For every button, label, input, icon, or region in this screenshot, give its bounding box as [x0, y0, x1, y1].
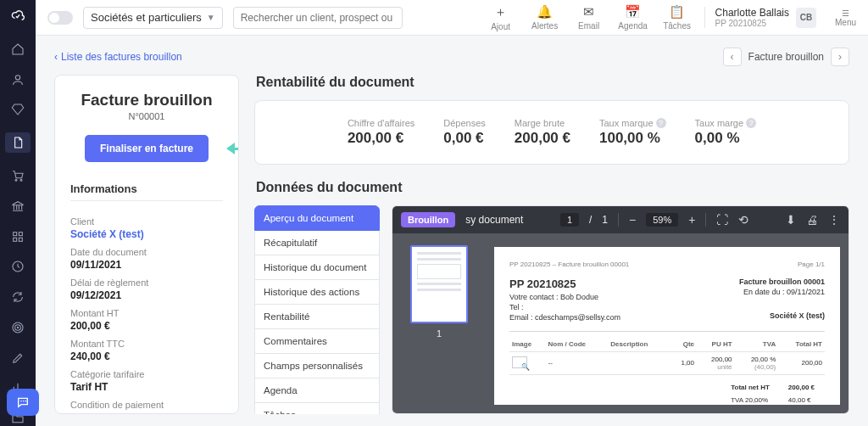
doc-number: N°00001: [70, 111, 223, 121]
tab-rentabilit-[interactable]: Rentabilité: [254, 305, 380, 329]
rail-home-icon[interactable]: [8, 42, 27, 57]
left-rail: [0, 0, 36, 426]
viewer-toolbar: Brouillon sy document 1 / 1 − 59% + ⛶: [392, 206, 849, 233]
info-ht-label: Montant HT: [70, 308, 223, 318]
top-alerts[interactable]: 🔔Alertes: [528, 4, 562, 31]
top-tasks[interactable]: 📋Tâches: [660, 4, 694, 31]
breadcrumb-back[interactable]: ‹ Liste des factures brouillon: [54, 51, 182, 63]
logo-icon: [11, 8, 25, 26]
rail-bank-icon[interactable]: [8, 199, 27, 214]
svg-rect-3: [14, 232, 17, 235]
zoom-level: 59%: [646, 213, 678, 227]
profit-value: 0,00 %: [695, 130, 756, 147]
help-icon[interactable]: ?: [746, 118, 756, 128]
menu-button[interactable]: ☰Menu: [835, 8, 856, 27]
fit-page-icon[interactable]: ⛶: [716, 213, 728, 227]
rail-diamond-icon[interactable]: [8, 102, 27, 117]
rotate-icon[interactable]: ⟲: [738, 213, 748, 227]
docdata-title: Données du document: [256, 180, 849, 195]
profit-label: Marge brute: [515, 118, 570, 128]
document-tabs: Aperçu du documentRécapitulatifHistoriqu…: [254, 205, 380, 414]
page-total: 1: [602, 214, 608, 226]
clipboard-icon: 📋: [669, 4, 685, 20]
user-block[interactable]: Charlotte Ballais PP 20210825 CB: [704, 7, 816, 28]
rail-pencil-icon[interactable]: [8, 350, 27, 366]
rail-clock-icon[interactable]: [8, 260, 27, 275]
info-date-value: 09/11/2021: [70, 259, 223, 271]
scope-select[interactable]: Sociétés et particuliers ▼: [83, 7, 223, 29]
thumbnail-number: 1: [437, 328, 442, 339]
calendar-icon: 📅: [625, 4, 641, 20]
profit-value: 200,00 €: [348, 130, 415, 147]
profit-label: Chiffre d'affaires: [348, 118, 415, 128]
prev-doc[interactable]: ‹: [723, 48, 742, 66]
svg-rect-5: [14, 238, 17, 241]
rail-grid-icon[interactable]: [8, 229, 27, 244]
chat-widget-icon[interactable]: [7, 389, 39, 416]
search-input[interactable]: [233, 7, 403, 29]
svg-point-8: [13, 322, 23, 333]
left-detail-panel: Facture brouillon N°00001 Finaliser en f…: [54, 75, 239, 414]
svg-point-1: [15, 180, 17, 182]
profitability-card: Chiffre d'affaires200,00 €Dépenses0,00 €…: [254, 100, 849, 165]
viewer-doc-label: sy document: [465, 214, 523, 226]
tab-aper-u-du-document[interactable]: Aperçu du document: [254, 205, 380, 231]
svg-point-9: [15, 325, 21, 331]
info-client-link[interactable]: Société X (test): [70, 228, 223, 240]
rail-refresh-icon[interactable]: [8, 289, 27, 305]
tab-historique-des-actions[interactable]: Historique des actions: [254, 280, 380, 305]
scope-toggle[interactable]: [47, 11, 73, 25]
breadcrumb-right: ‹ Facture brouillon ›: [723, 48, 849, 66]
tab-champs-personnalis-s[interactable]: Champs personnalisés: [254, 354, 380, 378]
svg-rect-4: [19, 232, 22, 235]
info-ttc-value: 240,00 €: [70, 350, 223, 362]
svg-point-2: [20, 180, 22, 182]
print-icon[interactable]: 🖨: [806, 213, 818, 227]
rail-cart-icon[interactable]: [8, 168, 27, 183]
chevron-left-icon: ‹: [54, 51, 58, 63]
tab-historique-du-document[interactable]: Historique du document: [254, 255, 380, 280]
magnifier-icon[interactable]: [512, 356, 527, 368]
svg-point-0: [15, 75, 19, 79]
chevron-down-icon: ▼: [207, 13, 215, 22]
page-current: 1: [560, 213, 579, 227]
info-tariff-label: Catégorie tarifaire: [70, 369, 223, 379]
info-ht-value: 200,00 €: [70, 320, 223, 332]
download-icon[interactable]: ⬇: [786, 213, 796, 227]
info-due-value: 09/12/2021: [70, 289, 223, 301]
rail-target-icon[interactable]: [8, 320, 27, 335]
profit-label: Taux marge?: [695, 118, 756, 128]
svg-point-10: [17, 327, 18, 328]
rail-document-icon[interactable]: [5, 132, 31, 153]
plus-icon: ＋: [494, 4, 507, 20]
zoom-out-icon[interactable]: −: [629, 213, 636, 227]
pdf-viewer: Brouillon sy document 1 / 1 − 59% + ⛶: [392, 205, 849, 414]
bell-icon: 🔔: [537, 4, 553, 20]
help-icon[interactable]: ?: [656, 118, 666, 128]
svg-rect-6: [19, 238, 22, 241]
profitability-title: Rentabilité du document: [256, 75, 849, 90]
table-row: -- 1,00 200,00unité 20,00 %(40,00) 200,0…: [509, 351, 825, 374]
info-pay-value: Désactivé: [70, 412, 223, 414]
info-client-label: Client: [70, 216, 223, 227]
tab-t-ches[interactable]: Tâches: [254, 403, 380, 414]
info-due-label: Délai de règlement: [70, 277, 223, 288]
rail-user-icon[interactable]: [8, 72, 27, 87]
tab-agenda[interactable]: Agenda: [254, 378, 380, 403]
top-add[interactable]: ＋Ajout: [484, 4, 518, 31]
document-page: PP 20210825 – Facture brouillon 00001 Pa…: [494, 247, 840, 405]
draft-badge: Brouillon: [401, 212, 455, 227]
finalize-button[interactable]: Finaliser en facture: [85, 135, 209, 162]
next-doc[interactable]: ›: [831, 48, 849, 66]
info-tariff-value: Tarif HT: [70, 381, 223, 393]
info-date-label: Date du document: [70, 247, 223, 257]
tab-commentaires[interactable]: Commentaires: [254, 329, 380, 354]
hamburger-icon: ☰: [842, 8, 849, 18]
top-agenda[interactable]: 📅Agenda: [616, 4, 650, 31]
zoom-in-icon[interactable]: +: [688, 213, 695, 227]
top-email[interactable]: ✉Email: [572, 4, 606, 31]
more-icon[interactable]: ⋮: [828, 213, 840, 227]
tab-r-capitulatif[interactable]: Récapitulatif: [254, 231, 380, 255]
user-ref: PP 20210825: [715, 19, 789, 28]
page-thumbnail[interactable]: [410, 245, 468, 323]
